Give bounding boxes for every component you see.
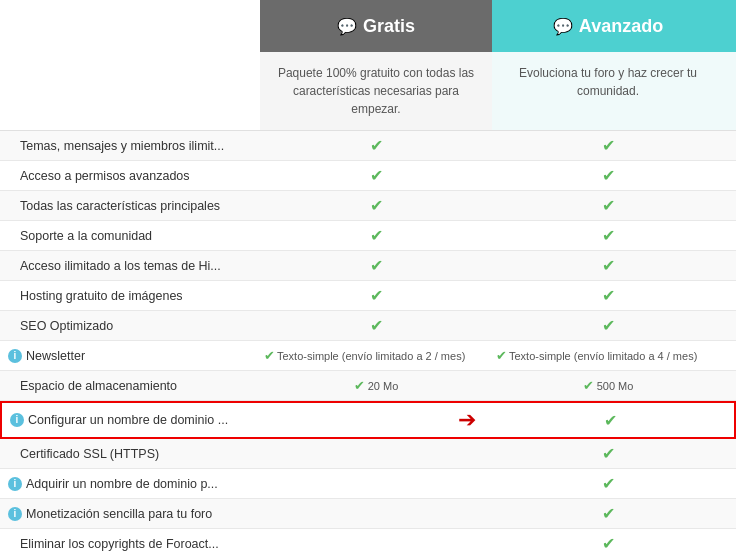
- feature-avanzado-permisos: ✔: [492, 162, 724, 189]
- desc-extra: [724, 52, 736, 130]
- feature-gratis-ssl: [260, 450, 492, 458]
- check-avanzado-domain-acquire: ✔: [602, 474, 615, 493]
- feature-label-caracteristicas: Todas las características principales: [0, 193, 260, 219]
- header-extra: [724, 0, 736, 52]
- chat-icon-avanzado: 💬: [553, 17, 573, 36]
- check-avanzado-monetization: ✔: [602, 504, 615, 523]
- feature-avanzado-seo: ✔: [492, 312, 724, 339]
- feature-row-domain: i Configurar un nombre de dominio ... ➔ …: [0, 401, 736, 439]
- check-avanzado-storage: ✔: [583, 378, 594, 393]
- newsletter-gratis-value: Texto-simple (envío limitado a 2 / mes): [277, 350, 465, 362]
- feature-gratis-permisos: ✔: [260, 162, 492, 189]
- check-avanzado-acceso-temas: ✔: [602, 256, 615, 275]
- check-gratis-temas: ✔: [370, 136, 383, 155]
- feature-label-acceso-temas: Acceso ilimitado a los temas de Hi...: [0, 253, 260, 279]
- desc-avanzado: Evoluciona tu foro y haz crecer tu comun…: [492, 52, 724, 130]
- feature-avanzado-soporte: ✔: [492, 222, 724, 249]
- avanzado-title: Avanzado: [579, 16, 663, 37]
- feature-row-storage: Espacio de almacenamiento ✔ 20 Mo ✔ 500 …: [0, 371, 736, 401]
- header-avanzado: 💬 Avanzado: [492, 0, 724, 52]
- feature-row-hosting: Hosting gratuito de imágenes ✔ ✔: [0, 281, 736, 311]
- check-gratis-caracteristicas: ✔: [370, 196, 383, 215]
- feature-avanzado-caracteristicas: ✔: [492, 192, 724, 219]
- feature-label-domain: i Configurar un nombre de dominio ...: [2, 407, 262, 433]
- description-row: Paquete 100% gratuito con todas las cara…: [0, 52, 736, 131]
- feature-gratis-domain-acquire: [260, 480, 492, 488]
- feature-gratis-storage: ✔ 20 Mo: [260, 374, 492, 397]
- feature-avanzado-hosting: ✔: [492, 282, 724, 309]
- feature-gratis-copyright: [260, 540, 492, 548]
- check-avanzado-ssl: ✔: [602, 444, 615, 463]
- feature-label-soporte: Soporte a la comunidad: [0, 223, 260, 249]
- check-gratis-hosting: ✔: [370, 286, 383, 305]
- feature-avanzado-copyright: ✔: [492, 530, 724, 552]
- feature-row-temas: Temas, mensajes y miembros ilimit... ✔ ✔: [0, 131, 736, 161]
- storage-gratis-value: 20 Mo: [368, 380, 399, 392]
- feature-label-storage: Espacio de almacenamiento: [0, 373, 260, 399]
- check-avanzado-caracteristicas: ✔: [602, 196, 615, 215]
- storage-avanzado-value: 500 Mo: [597, 380, 634, 392]
- info-icon-monetization: i: [8, 507, 22, 521]
- feature-gratis-soporte: ✔: [260, 222, 492, 249]
- feature-label-domain-acquire: i Adquirir un nombre de dominio p...: [0, 471, 260, 497]
- feature-gratis-acceso-temas: ✔: [260, 252, 492, 279]
- pricing-table: 💬 Gratis 💬 Avanzado Paquete 100% gratuit…: [0, 0, 736, 552]
- check-avanzado-newsletter: ✔: [496, 348, 507, 363]
- desc-gratis: Paquete 100% gratuito con todas las cara…: [260, 52, 492, 130]
- feature-row-acceso-temas: Acceso ilimitado a los temas de Hi... ✔ …: [0, 251, 736, 281]
- feature-gratis-caracteristicas: ✔: [260, 192, 492, 219]
- feature-avanzado-monetization: ✔: [492, 500, 724, 527]
- feature-gratis-temas: ✔: [260, 132, 492, 159]
- feature-avanzado-acceso-temas: ✔: [492, 252, 724, 279]
- feature-row-ssl: Certificado SSL (HTTPS) ✔: [0, 439, 736, 469]
- check-avanzado-seo: ✔: [602, 316, 615, 335]
- feature-avanzado-ssl: ✔: [492, 440, 724, 467]
- arrow-container: ➔: [262, 407, 494, 433]
- arrow-right-icon: ➔: [458, 407, 476, 433]
- info-icon-newsletter: i: [8, 349, 22, 363]
- feature-avanzado-domain-acquire: ✔: [492, 470, 724, 497]
- feature-label-monetization: i Monetización sencilla para tu foro: [0, 501, 260, 527]
- check-avanzado-permisos: ✔: [602, 166, 615, 185]
- info-icon-domain: i: [10, 413, 24, 427]
- feature-label-permisos: Acceso a permisos avanzados: [0, 163, 260, 189]
- chat-icon-gratis: 💬: [337, 17, 357, 36]
- gratis-title: Gratis: [363, 16, 415, 37]
- feature-row-newsletter: i Newsletter ✔ Texto-simple (envío limit…: [0, 341, 736, 371]
- feature-row-monetization: i Monetización sencilla para tu foro ✔: [0, 499, 736, 529]
- feature-label-hosting: Hosting gratuito de imágenes: [0, 283, 260, 309]
- header-row: 💬 Gratis 💬 Avanzado: [0, 0, 736, 52]
- feature-label-newsletter: i Newsletter: [0, 343, 260, 369]
- check-avanzado-domain: ✔: [604, 411, 617, 430]
- check-gratis-permisos: ✔: [370, 166, 383, 185]
- check-avanzado-copyright: ✔: [602, 534, 615, 552]
- check-avanzado-hosting: ✔: [602, 286, 615, 305]
- feature-row-domain-acquire: i Adquirir un nombre de dominio p... ✔: [0, 469, 736, 499]
- check-gratis-seo: ✔: [370, 316, 383, 335]
- feature-row-seo: SEO Optimizado ✔ ✔: [0, 311, 736, 341]
- feature-row-copyright: Eliminar los copyrights de Foroact... ✔: [0, 529, 736, 552]
- check-gratis-storage: ✔: [354, 378, 365, 393]
- feature-label-temas: Temas, mensajes y miembros ilimit...: [0, 133, 260, 159]
- check-gratis-acceso-temas: ✔: [370, 256, 383, 275]
- newsletter-avanzado-value: Texto-simple (envío limitado a 4 / mes): [509, 350, 697, 362]
- info-icon-domain-acquire: i: [8, 477, 22, 491]
- feature-row-soporte: Soporte a la comunidad ✔ ✔: [0, 221, 736, 251]
- header-gratis: 💬 Gratis: [260, 0, 492, 52]
- feature-gratis-newsletter: ✔ Texto-simple (envío limitado a 2 / mes…: [260, 344, 492, 367]
- feature-gratis-monetization: [260, 510, 492, 518]
- feature-label-ssl: Certificado SSL (HTTPS): [0, 441, 260, 467]
- check-gratis-soporte: ✔: [370, 226, 383, 245]
- feature-avanzado-domain: ✔: [494, 407, 726, 434]
- feature-avanzado-storage: ✔ 500 Mo: [492, 374, 724, 397]
- feature-gratis-domain: ➔: [262, 403, 494, 437]
- desc-spacer: [0, 52, 260, 130]
- feature-row-permisos: Acceso a permisos avanzados ✔ ✔: [0, 161, 736, 191]
- header-spacer: [0, 0, 260, 52]
- feature-row-caracteristicas: Todas las características principales ✔ …: [0, 191, 736, 221]
- check-gratis-newsletter: ✔: [264, 348, 275, 363]
- check-avanzado-soporte: ✔: [602, 226, 615, 245]
- feature-gratis-seo: ✔: [260, 312, 492, 339]
- feature-avanzado-newsletter: ✔ Texto-simple (envío limitado a 4 / mes…: [492, 344, 724, 367]
- feature-gratis-hosting: ✔: [260, 282, 492, 309]
